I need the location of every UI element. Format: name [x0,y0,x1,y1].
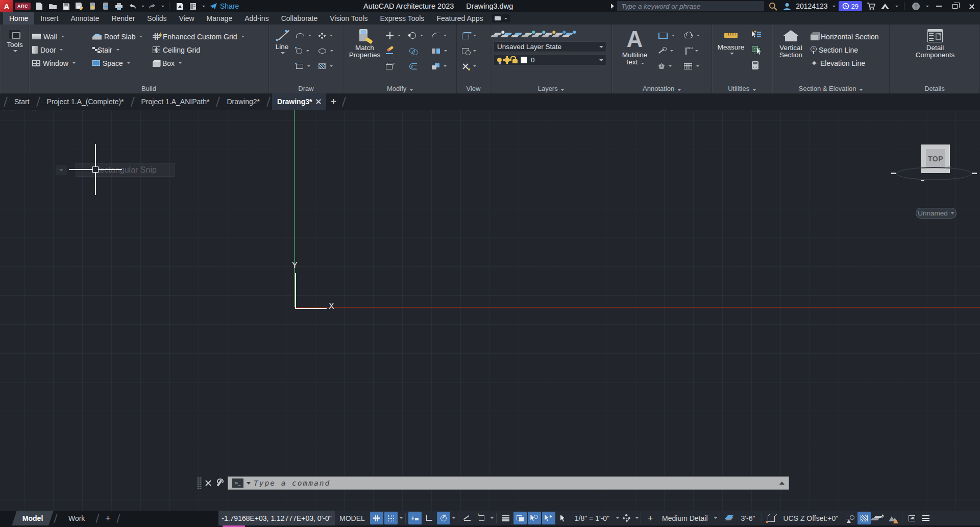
layer-off-icon[interactable] [534,33,543,35]
search-input[interactable]: Type a keyword or phrase [617,1,764,11]
navigate-caret-icon[interactable] [473,65,476,67]
navigate-button[interactable] [462,60,488,73]
ribbon-tab-featured-apps[interactable]: Featured Apps [430,12,489,25]
search-icon[interactable] [767,1,778,11]
point-button[interactable] [318,29,341,42]
file-tab-drawing2[interactable]: Drawing2* [222,93,265,110]
elevation-line-button[interactable]: Elevation Line [811,57,887,69]
dimension-caret-icon[interactable] [672,35,675,36]
new-file-icon[interactable] [34,1,45,11]
move-caret-icon[interactable] [398,35,401,36]
viewcube-top-face[interactable]: TOP [926,149,945,169]
snap-mode-toggle[interactable] [384,512,398,524]
layer-lock-fade-icon[interactable] [545,33,553,35]
otrack-caret-icon[interactable] [489,517,494,519]
file-tab-project-anipath[interactable]: Project 1.A_ANIPath* [136,93,215,110]
file-tab-project-complete[interactable]: Project 1.A_(Complete)* [42,93,129,110]
table-caret-icon[interactable] [696,65,699,67]
isolate-objects-button[interactable] [872,512,885,524]
workspace-switching-button[interactable] [620,512,633,524]
tag-caret-icon[interactable] [669,65,672,67]
ribbon-tab-render[interactable]: Render [105,12,141,25]
workspace-caret-icon[interactable] [633,517,639,519]
quick-select-button[interactable] [752,28,767,41]
scale-caret-icon[interactable] [614,517,619,519]
table-button[interactable] [684,60,709,73]
polar-caret-icon[interactable] [451,517,456,519]
snap-caret-icon[interactable] [398,517,403,519]
ucs-offset-button[interactable] [765,512,778,524]
tag-button[interactable] [658,60,684,73]
help-icon[interactable]: ? [910,1,921,11]
polar-tracking-toggle[interactable] [437,512,450,524]
panel-label-modify[interactable]: Modify [344,85,456,92]
leader-caret-icon[interactable] [670,50,673,52]
door-caret-icon[interactable] [60,49,63,51]
copy-button[interactable] [409,44,432,57]
customization-menu-button[interactable] [919,512,933,524]
ribbon-tab-manage[interactable]: Manage [201,12,239,25]
enhanced-custom-grid-button[interactable]: Enhanced Custom Grid [153,30,261,43]
restore-button[interactable] [948,1,962,11]
command-line-customize-icon[interactable] [215,479,224,487]
command-history-up-icon[interactable] [779,482,785,485]
ribbon-tab-collaborate[interactable]: Collaborate [275,12,324,25]
named-views-caret-icon[interactable] [473,35,476,36]
ribbon-tab-insert[interactable]: Insert [34,12,64,25]
drawing-viewport[interactable]: [−][Front][2D Wireframe] Y X Rectangular… [0,98,980,511]
panel-label-view[interactable]: View [457,85,490,92]
grid-display-toggle[interactable] [370,512,383,524]
array-button[interactable] [432,60,454,73]
space-button[interactable]: Space [92,57,153,69]
hatch-caret-icon[interactable] [330,65,333,67]
application-menu-button[interactable]: A [0,0,13,12]
layer-previous-icon[interactable] [555,33,563,35]
coordinates-readout[interactable]: -1.79168E+03, 1.12777E+03, 0'-0" [218,511,335,525]
help-dropdown-caret-icon[interactable] [926,6,929,7]
offset-button[interactable] [409,60,432,73]
autodesk-dropdown-caret-icon[interactable] [895,6,898,7]
minimize-button[interactable] [932,1,945,11]
window-button[interactable]: Window [32,57,92,69]
new-drawing-tab-button[interactable] [326,93,340,110]
roof-slab-button[interactable]: Roof Slab [92,30,153,43]
crosshair-plus-button[interactable] [644,512,657,524]
close-tab-icon[interactable] [316,99,321,104]
point-caret-icon[interactable] [330,35,333,36]
vertical-section-button[interactable]: Vertical Section [775,27,806,81]
circle-caret-icon[interactable] [306,50,309,52]
new-layout-button[interactable] [102,513,114,524]
layout-tab-work[interactable]: Work [60,511,93,525]
panel-label-draw[interactable]: Draw [269,85,343,92]
arc-caret-icon[interactable] [308,35,311,36]
ribbon-tab-solids[interactable]: Solids [141,12,173,25]
transparency-toggle[interactable] [513,512,527,524]
dynamic-input-toggle[interactable] [408,512,422,524]
ucs-icon[interactable]: Y X [291,261,337,312]
command-prompt-icon[interactable]: >_ [232,478,243,488]
mirror-button[interactable] [432,44,454,57]
layer-make-current-icon[interactable] [514,33,522,35]
ribbon-tab-addins[interactable]: Add-ins [238,12,275,25]
layout-tab-model[interactable]: Model [12,511,54,525]
ellipse-button[interactable] [318,44,341,57]
panel-label-layers[interactable]: Layers [491,85,611,92]
user-avatar-icon[interactable] [781,1,793,11]
wall-caret-icon[interactable] [61,36,64,37]
move-button[interactable] [386,29,409,42]
recent-commands-caret-icon[interactable] [247,482,251,485]
match-properties-button[interactable]: Match Properties [347,27,383,81]
enhanced-custom-grid-caret-icon[interactable] [241,36,244,37]
ellipse-caret-icon[interactable] [330,50,333,52]
panel-label-utilities[interactable]: Utilities [712,85,772,92]
command-line-grip[interactable] [197,477,202,489]
layer-color-swatch[interactable] [521,57,527,63]
measure-button[interactable]: Measure [715,27,747,81]
fillet-button[interactable] [432,29,454,42]
command-input[interactable]: >_ Type a command [228,476,789,490]
file-tab-drawing3[interactable]: Drawing3* [272,93,326,110]
username-label[interactable]: 20124123 [796,2,827,10]
layer-state-dropdown[interactable]: Unsaved Layer State [494,41,607,52]
annotation-scale-control[interactable]: 1/8" = 1'-0" [570,514,614,522]
ribbon-tab-vision-tools[interactable]: Vision Tools [324,12,374,25]
